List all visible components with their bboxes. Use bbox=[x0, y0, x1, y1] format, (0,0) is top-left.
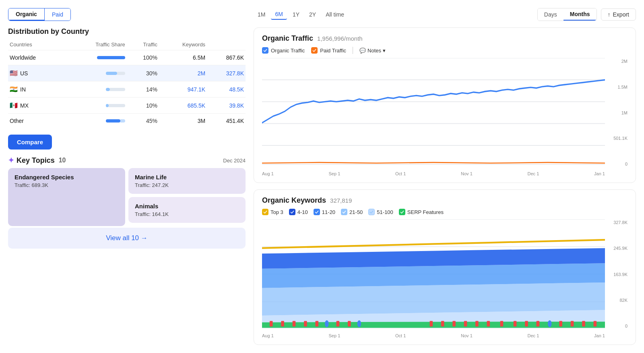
organic-keywords-title: Organic Keywords bbox=[262, 196, 326, 205]
col-traffic-share: Traffic Share bbox=[62, 39, 127, 50]
chevron-down-icon: ▾ bbox=[383, 48, 386, 54]
svg-rect-15 bbox=[316, 321, 319, 327]
legend-top3[interactable]: Top 3 bbox=[262, 209, 283, 215]
traffic-bar bbox=[64, 119, 125, 123]
col-traffic: Traffic bbox=[127, 39, 159, 50]
svg-rect-11 bbox=[270, 321, 273, 327]
view-all-button[interactable]: View all 10 → bbox=[8, 228, 246, 249]
distribution-section: Distribution by Country Countries Traffi… bbox=[8, 27, 246, 128]
organic-checkbox[interactable] bbox=[262, 47, 268, 54]
key-topics-section: ✦ Key Topics 10 Dec 2024 Endangered Spec… bbox=[8, 156, 246, 249]
svg-rect-22 bbox=[452, 321, 456, 327]
svg-rect-12 bbox=[281, 321, 284, 327]
key-topics-title: ✦ Key Topics 10 bbox=[8, 156, 66, 165]
topic-card-traffic: Traffic: 247.2K bbox=[135, 182, 239, 188]
legend-serp[interactable]: SERP Features bbox=[399, 209, 444, 215]
table-row: Worldwide 100% 6.5M 867.6K bbox=[8, 50, 246, 65]
keywords-val: 867.6K bbox=[207, 50, 246, 65]
organic-traffic-title: Organic Traffic bbox=[262, 34, 313, 43]
topics-grid: Endangered Species Traffic: 689.3K Marin… bbox=[8, 168, 246, 226]
keywords-val: 451.4K bbox=[207, 114, 246, 129]
days-button[interactable]: Days bbox=[538, 8, 564, 21]
traffic-chart-area: 2M 1.5M 1M 501.1K 0 bbox=[262, 58, 627, 167]
tab-2y[interactable]: 2Y bbox=[305, 10, 320, 19]
day-month-toggle: Days Months bbox=[537, 8, 597, 21]
topic-card-endangered[interactable]: Endangered Species Traffic: 689.3K bbox=[8, 168, 125, 226]
tab-organic[interactable]: Organic bbox=[8, 8, 45, 21]
serp-checkbox[interactable] bbox=[399, 209, 405, 215]
legend-4-10[interactable]: 4-10 bbox=[289, 209, 308, 215]
legend-51-100[interactable]: 51-100 bbox=[368, 209, 393, 215]
traffic-val: 6.5M bbox=[159, 50, 207, 65]
svg-rect-26 bbox=[500, 321, 504, 327]
keywords-val: 327.8K bbox=[207, 65, 246, 81]
distribution-title: Distribution by Country bbox=[8, 27, 246, 36]
paid-checkbox[interactable] bbox=[311, 47, 318, 54]
51-100-checkbox[interactable] bbox=[368, 209, 375, 215]
tab-paid[interactable]: Paid bbox=[45, 8, 70, 21]
top3-checkbox[interactable] bbox=[262, 209, 268, 215]
keywords-x-labels: Aug 1 Sep 1 Oct 1 Nov 1 Dec 1 Jan 1 bbox=[262, 333, 627, 338]
svg-rect-20 bbox=[430, 321, 433, 327]
keywords-legend: Top 3 4-10 11-20 bbox=[262, 209, 627, 215]
legend-divider bbox=[353, 47, 353, 54]
share-pct: 45% bbox=[127, 114, 159, 129]
organic-traffic-subtitle: 1,956,996/month bbox=[317, 35, 363, 42]
keywords-y-axis: 327.8K 245.9K 163.9K 82K 0 bbox=[607, 219, 627, 329]
country-name: Worldwide bbox=[8, 50, 62, 65]
svg-rect-34 bbox=[594, 321, 597, 327]
col-keywords: Keywords bbox=[159, 39, 207, 50]
svg-rect-33 bbox=[582, 321, 585, 327]
legend-21-50[interactable]: 21-50 bbox=[341, 209, 363, 215]
legend-paid[interactable]: Paid Traffic bbox=[311, 47, 346, 54]
svg-point-30 bbox=[548, 320, 551, 327]
topics-date: Dec 2024 bbox=[223, 158, 246, 164]
share-pct: 100% bbox=[127, 50, 159, 65]
legend-organic[interactable]: Organic Traffic bbox=[262, 47, 305, 54]
tab-1m[interactable]: 1M bbox=[254, 10, 269, 19]
export-icon: ↑ bbox=[608, 11, 611, 18]
traffic-val: 947.1K bbox=[159, 81, 207, 98]
topic-card-marine[interactable]: Marine Life Traffic: 247.2K bbox=[128, 168, 246, 194]
col-countries: Countries bbox=[8, 39, 62, 50]
organic-keywords-subtitle: 327,819 bbox=[330, 197, 352, 204]
organic-keywords-section: Organic Keywords 327,819 Top 3 4-10 bbox=[254, 189, 636, 345]
organic-paid-tabs[interactable]: Organic Paid bbox=[8, 8, 71, 21]
notes-toggle[interactable]: 💬 Notes ▾ bbox=[359, 48, 386, 54]
organic-traffic-section: Organic Traffic 1,956,996/month Organic … bbox=[254, 27, 636, 183]
svg-rect-31 bbox=[559, 321, 562, 327]
tab-all-time[interactable]: All time bbox=[322, 10, 348, 19]
traffic-val: 685.5K bbox=[159, 98, 207, 114]
svg-rect-28 bbox=[525, 321, 528, 327]
traffic-bar bbox=[64, 56, 125, 59]
table-row: 🇲🇽MX 10% 685.5K 39.8K bbox=[8, 98, 246, 114]
compare-button[interactable]: Compare bbox=[8, 135, 52, 150]
svg-rect-13 bbox=[293, 321, 296, 327]
country-name: 🇲🇽MX bbox=[8, 98, 62, 114]
country-name: Other bbox=[8, 114, 62, 129]
4-10-checkbox[interactable] bbox=[289, 209, 295, 215]
tab-6m[interactable]: 6M bbox=[271, 9, 287, 20]
traffic-y-axis: 2M 1.5M 1M 501.1K 0 bbox=[607, 58, 627, 167]
legend-11-20[interactable]: 11-20 bbox=[314, 209, 335, 215]
svg-rect-14 bbox=[304, 321, 307, 327]
share-pct: 30% bbox=[127, 65, 159, 81]
keywords-chart-plot bbox=[262, 219, 605, 329]
svg-rect-25 bbox=[487, 321, 490, 327]
right-top-bar: 1M 6M 1Y 2Y All time Days Months ↑ Expor… bbox=[254, 8, 636, 21]
months-button[interactable]: Months bbox=[564, 8, 597, 21]
21-50-checkbox[interactable] bbox=[341, 209, 347, 215]
svg-rect-24 bbox=[475, 321, 479, 327]
traffic-bar bbox=[64, 88, 125, 91]
svg-rect-27 bbox=[514, 321, 517, 327]
sparkle-icon: ✦ bbox=[8, 156, 14, 165]
traffic-bar bbox=[64, 104, 125, 107]
export-button[interactable]: ↑ Export bbox=[601, 8, 636, 21]
topic-card-animals[interactable]: Animals Traffic: 164.1K bbox=[128, 197, 246, 223]
11-20-checkbox[interactable] bbox=[314, 209, 320, 215]
keywords-val: 48.5K bbox=[207, 81, 246, 98]
country-name: 🇮🇳IN bbox=[8, 81, 62, 98]
traffic-val: 3M bbox=[159, 114, 207, 129]
topic-card-title: Endangered Species bbox=[14, 174, 119, 181]
tab-1y[interactable]: 1Y bbox=[289, 10, 303, 19]
